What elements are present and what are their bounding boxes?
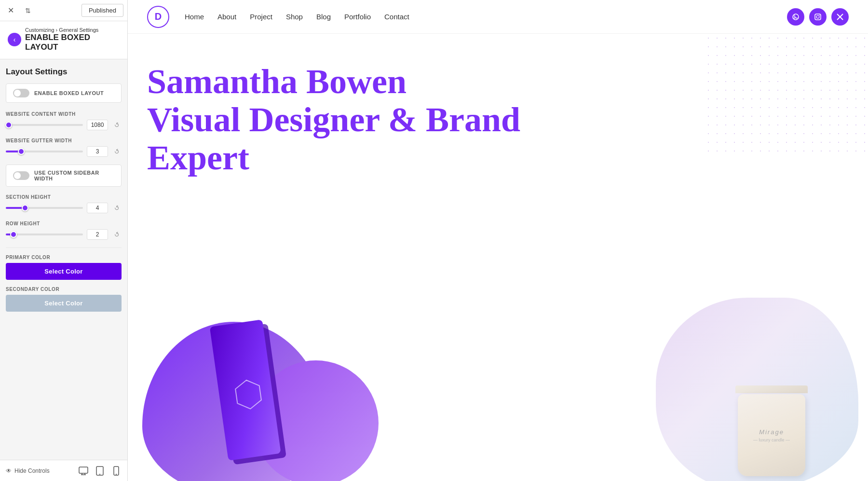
candle-subtitle: — luxury candle — — [753, 438, 790, 442]
gutter-width-reset[interactable]: ↺ — [112, 147, 122, 156]
product-left — [128, 298, 498, 481]
nav-project[interactable]: Project — [250, 13, 272, 21]
gutter-width-label: WEBSITE GUTTER WIDTH — [6, 138, 122, 143]
candle-brand: Mirage — [753, 428, 790, 436]
breadcrumb-title: ENABLE BOXED LAYOUT — [25, 33, 120, 52]
sidebar-width-toggle[interactable] — [13, 171, 29, 180]
instagram-icon[interactable] — [809, 8, 827, 26]
preview-area: D Home About Project Shop Blog Portfolio… — [128, 0, 868, 481]
gutter-width-value[interactable]: 3 — [87, 146, 108, 157]
hero-text: Samantha Bowen Visual Designer & Brand E… — [147, 63, 533, 178]
left-panel: ✕ ⇅ Published ‹ Customizing › General Se… — [0, 0, 128, 481]
svg-rect-0 — [79, 467, 88, 473]
section-height-section: SECTION HEIGHT 4 ↺ — [6, 194, 122, 213]
site-logo: D — [147, 6, 169, 28]
section-height-reset[interactable]: ↺ — [112, 203, 122, 213]
row-height-section: ROW HEIGHT 2 ↺ — [6, 221, 122, 240]
gutter-width-slider-row: 3 ↺ — [6, 146, 122, 157]
row-height-label: ROW HEIGHT — [6, 221, 122, 226]
nav-blog[interactable]: Blog — [316, 13, 331, 21]
section-height-label: SECTION HEIGHT — [6, 194, 122, 200]
primary-color-button[interactable]: Select Color — [6, 263, 122, 280]
bottom-bar: 👁 Hide Controls — [0, 460, 127, 481]
close-button[interactable]: ✕ — [4, 4, 17, 17]
swap-button[interactable]: ⇅ — [21, 4, 35, 17]
nav-about[interactable]: About — [217, 13, 236, 21]
row-height-track[interactable] — [6, 234, 83, 235]
desktop-view-button[interactable] — [78, 466, 89, 476]
gutter-width-section: WEBSITE GUTTER WIDTH 3 ↺ — [6, 138, 122, 157]
product-row: Mirage — luxury candle — — [128, 298, 868, 481]
hide-controls-button[interactable]: 👁 Hide Controls — [6, 467, 50, 474]
published-button[interactable]: Published — [81, 4, 123, 17]
svg-point-7 — [116, 474, 117, 475]
back-button[interactable]: ‹ — [8, 33, 21, 46]
secondary-color-section: SECONDARY COLOR Select Color — [6, 287, 122, 312]
product-box — [166, 317, 330, 481]
product-right: Mirage — luxury candle — — [498, 298, 868, 481]
content-width-track[interactable] — [6, 124, 83, 126]
secondary-color-button[interactable]: Select Color — [6, 295, 122, 312]
section-height-track[interactable] — [6, 207, 83, 209]
svg-point-8 — [793, 14, 799, 20]
section-height-slider-row: 4 ↺ — [6, 203, 122, 213]
candle-jar-body: Mirage — luxury candle — — [738, 394, 805, 476]
breadcrumb-text: Customizing › General Settings ENABLE BO… — [25, 27, 120, 52]
boxed-layout-label: ENABLE BOXED LAYOUT — [34, 90, 104, 96]
page-title: Layout Settings — [6, 67, 122, 77]
breadcrumb-area: ‹ Customizing › General Settings ENABLE … — [0, 21, 127, 59]
content-width-section: WEBSITE CONTENT WIDTH 1080 ↺ — [6, 111, 122, 130]
section-height-value[interactable]: 4 — [87, 203, 108, 213]
candle-jar: Mirage — luxury candle — — [733, 370, 810, 476]
primary-color-label: PRIMARY COLOR — [6, 255, 122, 260]
dot-pattern-decoration — [704, 34, 868, 159]
tablet-view-button[interactable] — [95, 466, 105, 476]
candle-lid — [735, 385, 808, 393]
nav-contact[interactable]: Contact — [384, 13, 409, 21]
device-icons — [78, 466, 122, 476]
nav-home[interactable]: Home — [185, 13, 204, 21]
eye-icon: 👁 — [6, 467, 12, 474]
gutter-width-track[interactable] — [6, 151, 83, 152]
secondary-color-label: SECONDARY COLOR — [6, 287, 122, 292]
boxed-layout-toggle[interactable] — [13, 89, 29, 97]
twitter-x-icon[interactable] — [831, 8, 849, 26]
content-width-reset[interactable]: ↺ — [112, 120, 122, 130]
breadcrumb-path: Customizing › General Settings — [25, 27, 120, 33]
svg-rect-9 — [815, 14, 821, 20]
row-height-slider-row: 2 ↺ — [6, 229, 122, 240]
svg-point-11 — [819, 14, 820, 15]
sidebar-width-label: USE CUSTOM SIDEBAR WIDTH — [34, 170, 114, 181]
settings-content: Layout Settings ENABLE BOXED LAYOUT WEBS… — [0, 59, 127, 460]
sidebar-width-row: USE CUSTOM SIDEBAR WIDTH — [6, 165, 122, 187]
top-bar: ✕ ⇅ Published — [0, 0, 127, 21]
row-height-value[interactable]: 2 — [87, 229, 108, 240]
nav-shop[interactable]: Shop — [286, 13, 303, 21]
svg-point-5 — [99, 474, 100, 475]
social-icons — [787, 8, 849, 26]
mobile-view-button[interactable] — [111, 466, 122, 476]
hero-section: Samantha Bowen Visual Designer & Brand E… — [128, 34, 868, 481]
content-width-label: WEBSITE CONTENT WIDTH — [6, 111, 122, 117]
hide-controls-label: Hide Controls — [14, 467, 50, 474]
nav-links: Home About Project Shop Blog Portfolio C… — [185, 13, 787, 21]
content-width-value[interactable]: 1080 — [87, 120, 108, 130]
navbar: D Home About Project Shop Blog Portfolio… — [128, 0, 868, 34]
svg-point-10 — [816, 15, 819, 18]
content-width-slider-row: 1080 ↺ — [6, 120, 122, 130]
nav-portfolio[interactable]: Portfolio — [344, 13, 371, 21]
boxed-layout-row: ENABLE BOXED LAYOUT — [6, 83, 122, 103]
svg-rect-15 — [210, 319, 281, 461]
back-icon: ‹ — [14, 36, 16, 43]
primary-color-section: PRIMARY COLOR Select Color — [6, 255, 122, 280]
row-height-reset[interactable]: ↺ — [112, 230, 122, 239]
dribbble-icon[interactable] — [787, 8, 804, 26]
